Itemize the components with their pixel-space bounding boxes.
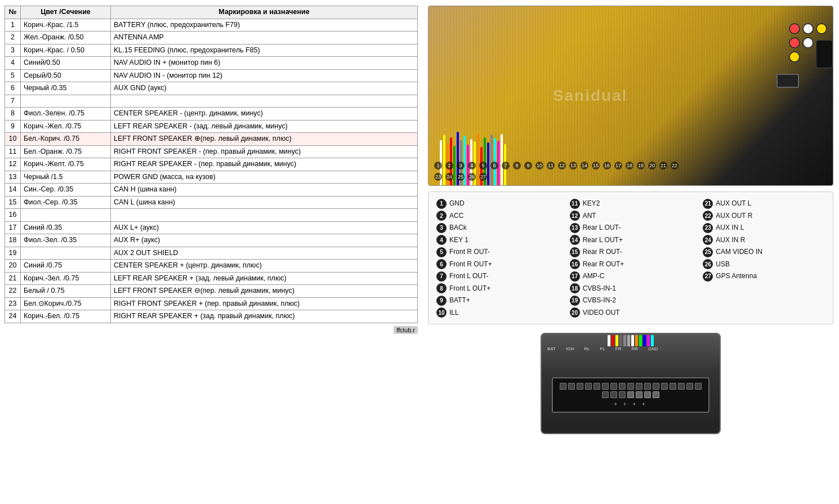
pin-label: GPS Antenna	[716, 271, 757, 281]
row-color: Корич.-Жел. /0.75	[21, 120, 111, 133]
connector-pin-grid	[557, 383, 704, 398]
label-rl: RL	[584, 346, 590, 351]
row-desc	[111, 209, 418, 222]
row-num: 8	[5, 108, 21, 121]
pin-label: Front L OUT-	[449, 271, 489, 281]
pin-item: 9BATT+	[436, 295, 559, 306]
pin-item: 10ILL	[436, 307, 559, 319]
pin-number: 25	[703, 247, 713, 257]
table-row: 15Фиол.-Сер. /0.35CAN L (шина канн)	[5, 196, 418, 209]
pin-number: 12	[570, 211, 580, 221]
rca-connectors	[789, 23, 827, 63]
pin-number: 26	[703, 259, 713, 269]
row-color: Корич.-Крас. /1.5	[21, 19, 111, 32]
row-num: 10	[5, 133, 21, 146]
table-row: 9Корич.-Жел. /0.75LEFT REAR SPEAKER - (з…	[5, 120, 418, 133]
pin-label: GND	[449, 198, 465, 208]
row-desc: LEFT REAR SPEAKER - (зад. левый динамик,…	[111, 120, 418, 133]
table-row: 4Синий/0.50NAV AUDIO IN + (монитор пин 6…	[5, 57, 418, 70]
connector-photo: BAT IGN RL FL FR RR GND	[541, 333, 721, 434]
pin-legend-col-2: 11KEY212ANT13Rear L OUT-14Rear L OUT+15R…	[570, 198, 692, 318]
table-row: 17Синий /0.35AUX L+ (аукс)	[5, 221, 418, 234]
row-num: 16	[5, 209, 21, 222]
pin-label: Rear L OUT-	[583, 222, 621, 233]
pin-number: 21	[703, 199, 713, 209]
row-color: Корич.-Зел. /0.75	[21, 272, 111, 285]
row-num: 2	[5, 32, 21, 44]
row-color: Синий /0.35	[21, 221, 111, 234]
row-desc: AUX R+ (аукс)	[111, 234, 418, 247]
row-color: Серый/0.50	[21, 69, 111, 82]
row-desc: RIGHT FRONT SPEAKER + (пер. правый динам…	[111, 297, 418, 310]
pin-legend-col-1: 1GND2ACC3BACk4KEY 15Front R OUT-6Front R…	[436, 198, 559, 318]
row-desc: CAN H (шина канн)	[111, 184, 418, 197]
label-bat: BAT	[547, 346, 556, 351]
col-header-color: Цвет /Сечение	[21, 6, 111, 19]
table-row: 11Бел.-Оранж. /0.75RIGHT FRONT SPEAKER -…	[5, 145, 418, 158]
row-num: 1	[5, 19, 21, 32]
row-desc: LEFT FRONT SPEAKER ⊕(пер. левый динамик,…	[111, 133, 418, 146]
pin-label: AUX OUT R	[716, 211, 752, 221]
row-desc: LEFT FRONT SPEAKER ⊖(пер. левый динамик,…	[111, 285, 418, 298]
label-rr: RR	[631, 346, 638, 351]
pin-item: 13Rear L OUT-	[570, 222, 692, 234]
pin-item: 3BACk	[436, 222, 559, 234]
gps-antenna	[816, 40, 833, 68]
wire-harness	[429, 78, 833, 185]
pin-item: 25CAM VIDEO IN	[703, 246, 825, 258]
pin-number: 18	[570, 283, 580, 293]
pin-label: KEY2	[583, 198, 600, 208]
pin-number: 17	[570, 271, 580, 282]
pin-label: AUX OUT L	[716, 198, 751, 208]
pin-label: BATT+	[449, 295, 470, 305]
pin-number: 20	[570, 307, 580, 318]
row-color: Белый / 0.75	[21, 285, 111, 298]
row-color: Черный /1.5	[21, 171, 111, 184]
col-header-num: №	[5, 6, 21, 19]
bottom-connector-section: BAT IGN RL FL FR RR GND	[428, 333, 833, 434]
row-color: Синий /0.75	[21, 260, 111, 273]
pin-item: 19CVBS-IN-2	[570, 295, 692, 306]
pin-number: 14	[570, 235, 580, 245]
row-desc: NAV AUDIO IN - (монитор пин 12)	[111, 69, 418, 82]
pin-item: 5Front R OUT-	[436, 246, 559, 258]
connector-plus-label: + + + +	[557, 401, 704, 407]
pin-label: KEY 1	[449, 235, 468, 245]
usb-connector	[776, 74, 799, 88]
row-num: 24	[5, 310, 21, 323]
pin-label: AUX IN R	[716, 235, 745, 245]
pin-item: 27GPS Antenna	[703, 270, 825, 282]
pin-item: 11KEY2	[570, 198, 692, 209]
row-desc: CENTER SPEAKER - (центр. динамик, минус)	[111, 108, 418, 121]
pin-number: 4	[436, 235, 447, 245]
main-container: № Цвет /Сечение Маркировка и назначение …	[0, 0, 839, 504]
table-row: 8Фиол.-Зелен. /0.75CENTER SPEAKER - (цен…	[5, 108, 418, 121]
left-section: № Цвет /Сечение Маркировка и назначение …	[0, 0, 422, 504]
row-color: Бел.-Корич. /0.75	[21, 133, 111, 146]
row-color: Фиол.-Сер. /0.35	[21, 196, 111, 209]
row-desc: BATTERY (плюс, предохранитель F79)	[111, 19, 418, 32]
pin-item: 8Front L OUT+	[436, 283, 559, 295]
pin-number: 2	[436, 211, 447, 221]
pin-label: Rear L OUT+	[583, 235, 623, 245]
row-num: 15	[5, 196, 21, 209]
pin-item: 12ANT	[570, 210, 692, 222]
table-row: 5Серый/0.50NAV AUDIO IN - (монитор пин 1…	[5, 69, 418, 82]
pin-number: 1	[436, 199, 447, 209]
label-ign: IGN	[566, 346, 574, 351]
row-num: 3	[5, 44, 21, 57]
label-fl: FL	[600, 346, 605, 351]
pin-item: 20VIDEO OUT	[570, 307, 692, 319]
row-color: Син.-Сер. /0.35	[21, 184, 111, 197]
pin-number: 3	[436, 223, 447, 233]
row-desc: LEFT REAR SPEAKER + (зад. левый динамик,…	[111, 272, 418, 285]
row-desc: AUX GND (аукс)	[111, 82, 418, 95]
col-header-desc: Маркировка и назначение	[111, 6, 418, 19]
row-num: 17	[5, 221, 21, 234]
pin-number: 16	[570, 259, 580, 269]
pin-item: 6Front R OUT+	[436, 258, 559, 270]
table-row: 18Фиол.-Зел. /0.35AUX R+ (аукс)	[5, 234, 418, 247]
table-row: 13Черный /1.5POWER GND (масса, на кузов)	[5, 171, 418, 184]
row-num: 21	[5, 272, 21, 285]
table-row: 14Син.-Сер. /0.35CAN H (шина канн)	[5, 184, 418, 197]
